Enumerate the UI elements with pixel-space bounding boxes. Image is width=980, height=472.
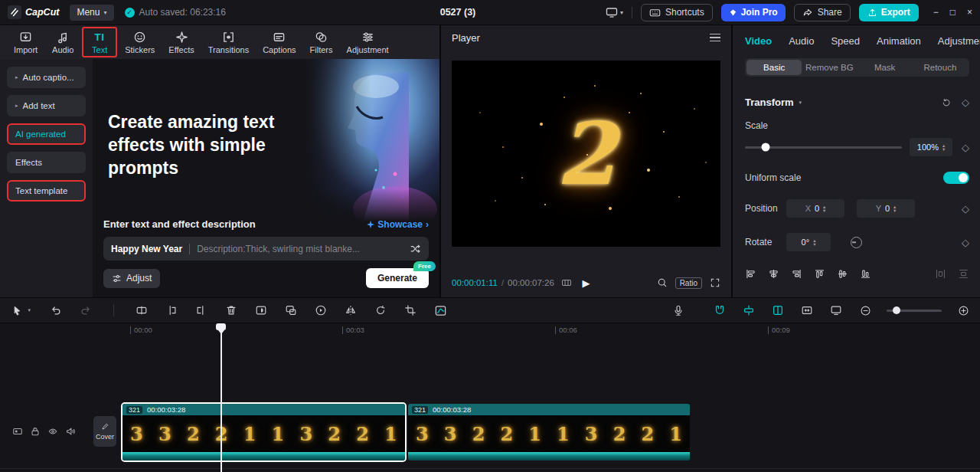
tab-captions[interactable]: Captions — [256, 27, 302, 57]
stepper[interactable]: ▴▾ — [813, 238, 815, 247]
align-center-horizontal-icon[interactable] — [768, 268, 779, 280]
eye-icon[interactable] — [47, 426, 58, 437]
shortcuts-button[interactable]: Shortcuts — [641, 4, 713, 21]
align-top-icon[interactable] — [814, 268, 825, 280]
tab-adjustment-props[interactable]: Adjustment — [938, 35, 980, 47]
stepper[interactable]: ▴▾ — [942, 143, 945, 152]
maximize-button[interactable]: □ — [950, 7, 956, 18]
zoom-slider-thumb[interactable] — [893, 306, 900, 314]
timeline-zoom-slider[interactable] — [887, 310, 942, 312]
position-y-field[interactable]: Y 0 ▴▾ — [857, 199, 915, 218]
distribute-vertical-icon[interactable] — [958, 268, 969, 280]
overlay-pip-button[interactable] — [283, 303, 299, 318]
menu-button[interactable]: Menu ▾ — [70, 5, 113, 21]
auto-snap-toggle[interactable] — [741, 303, 756, 318]
tab-import[interactable]: Import — [8, 27, 44, 57]
sidebar-item-text-template[interactable]: Text template — [7, 180, 86, 202]
speaker-icon[interactable] — [65, 426, 76, 437]
slider-thumb[interactable] — [761, 143, 769, 152]
stepper[interactable]: ▴▾ — [893, 205, 896, 213]
mask-button[interactable] — [253, 303, 269, 318]
undo-button[interactable] — [48, 303, 64, 318]
showcase-link[interactable]: Showcase › — [367, 219, 429, 230]
select-tool-button[interactable]: ▾ — [9, 303, 24, 318]
uniform-scale-toggle[interactable] — [943, 172, 969, 184]
subtab-mask[interactable]: Mask — [858, 60, 913, 75]
split-button[interactable] — [134, 303, 149, 318]
stepper[interactable]: ▴▾ — [823, 205, 825, 213]
split-view-button[interactable] — [799, 303, 815, 318]
sidebar-item-ai-generated[interactable]: AI generated — [7, 123, 86, 145]
shuffle-icon[interactable] — [410, 243, 421, 254]
cover-button[interactable]: Cover — [93, 416, 116, 447]
rotate-knob[interactable] — [851, 237, 862, 248]
align-left-icon[interactable] — [745, 268, 756, 280]
keyframe-diamond-icon[interactable]: ◇ — [962, 238, 969, 247]
linkage-toggle[interactable] — [770, 303, 786, 318]
record-voiceover-button[interactable] — [671, 303, 686, 318]
align-middle-vertical-icon[interactable] — [837, 268, 848, 280]
tab-effects[interactable]: Effects — [162, 27, 200, 57]
tab-video[interactable]: Video — [745, 35, 772, 47]
play-button[interactable]: ▶ — [583, 277, 590, 289]
export-button[interactable]: Export — [859, 4, 919, 21]
minimize-button[interactable]: − — [933, 7, 939, 18]
subtab-remove-bg[interactable]: Remove BG — [802, 60, 857, 75]
adjust-button[interactable]: Adjust — [103, 269, 160, 288]
track-thumbnail-icon[interactable] — [12, 426, 23, 437]
fullscreen-icon[interactable] — [710, 277, 720, 288]
zoom-in-button[interactable] — [956, 303, 971, 318]
timeline[interactable]: 00:00 00:03 00:06 00:09 Cover 321 00:00:… — [0, 323, 980, 472]
preview-axis-button[interactable] — [828, 303, 844, 318]
zoom-out-button[interactable] — [858, 303, 873, 318]
share-button[interactable]: Share — [794, 4, 851, 21]
tab-animation[interactable]: Animation — [877, 35, 921, 47]
prompt-input[interactable]: Happy New Year Description:Thick, swirli… — [103, 237, 429, 261]
keyframe-diamond-icon[interactable]: ◇ — [962, 97, 969, 107]
align-bottom-icon[interactable] — [860, 268, 871, 280]
preview-zoom-icon[interactable] — [657, 277, 668, 288]
ratio-button[interactable]: Ratio — [675, 277, 702, 289]
keyframe-curve-button[interactable] — [433, 303, 448, 318]
timeline-clip-2[interactable]: 321 00:00:03:28 3322113221 — [408, 404, 690, 461]
trim-right-button[interactable] — [194, 303, 209, 318]
scale-value-field[interactable]: 100% ▴▾ — [910, 138, 952, 156]
position-x-field[interactable]: X 0 ▴▾ — [786, 199, 844, 218]
tab-text[interactable]: TI Text — [82, 27, 117, 57]
redo-button[interactable] — [78, 303, 93, 318]
reset-icon[interactable] — [941, 97, 952, 108]
tab-speed[interactable]: Speed — [831, 35, 860, 47]
rotate-value-field[interactable]: 0° ▴▾ — [786, 233, 831, 251]
keyframe-diamond-icon[interactable]: ◇ — [962, 143, 969, 152]
scale-slider[interactable] — [745, 146, 902, 149]
timeline-clip-1[interactable]: 321 00:00:03:28 3322113221 — [122, 404, 405, 461]
collapse-caret-icon[interactable]: ▾ — [799, 100, 802, 106]
rotate-tool-button[interactable] — [373, 303, 388, 318]
display-mode-button[interactable]: ▾ — [606, 6, 623, 18]
lock-icon[interactable] — [30, 426, 41, 437]
crop-button[interactable] — [403, 303, 418, 318]
sidebar-item-add-text[interactable]: ▸ Add text — [7, 95, 86, 116]
close-button[interactable]: × — [967, 7, 972, 18]
trim-left-button[interactable] — [164, 303, 179, 318]
sidebar-item-effects[interactable]: Effects — [7, 152, 86, 173]
player-menu-icon[interactable] — [710, 34, 720, 42]
tab-audio[interactable]: Audio — [45, 27, 80, 57]
distribute-horizontal-icon[interactable] — [935, 268, 946, 280]
tab-stickers[interactable]: Stickers — [119, 27, 161, 57]
keyframe-diamond-icon[interactable]: ◇ — [962, 204, 969, 214]
delete-button[interactable] — [224, 303, 239, 318]
playhead[interactable] — [220, 323, 222, 472]
frame-view-icon[interactable] — [561, 277, 572, 288]
tab-adjustment[interactable]: Adjustment — [341, 27, 395, 57]
speed-button[interactable] — [313, 303, 328, 318]
join-pro-button[interactable]: Join Pro — [721, 4, 786, 21]
tab-transitions[interactable]: Transitions — [202, 27, 255, 57]
subtab-basic[interactable]: Basic — [746, 60, 802, 75]
playhead-handle[interactable] — [216, 323, 226, 330]
tab-audio-props[interactable]: Audio — [789, 35, 814, 47]
magnet-snap-toggle[interactable] — [712, 303, 727, 318]
sidebar-item-auto-captions[interactable]: ▸ Auto captio... — [7, 67, 86, 88]
tab-filters[interactable]: Filters — [304, 27, 339, 57]
align-right-icon[interactable] — [791, 268, 802, 280]
